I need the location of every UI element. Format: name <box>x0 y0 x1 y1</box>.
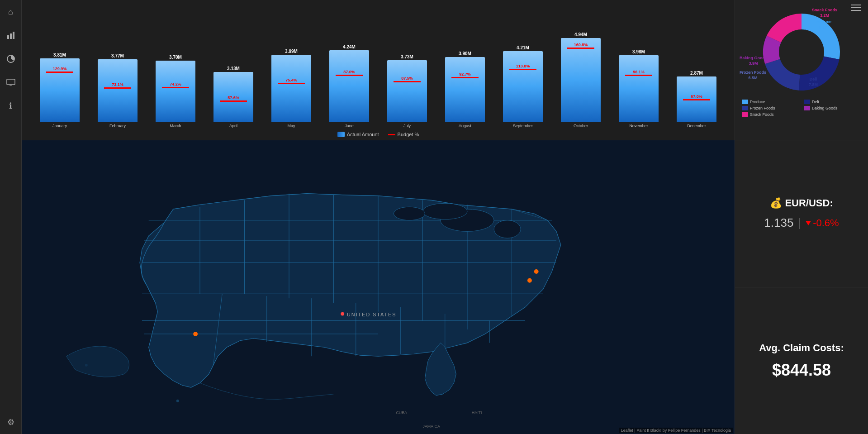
bar-wrapper-11: 67.0% <box>677 76 716 122</box>
eur-change: -0.6% <box>806 217 839 229</box>
legend-swatch <box>804 106 810 110</box>
bar-rect-4: 75.4% <box>271 55 311 122</box>
chart-bars-container: 3.81M 129.9% January 3.77M 73.1% Februar… <box>31 5 726 128</box>
legend-text: Produce <box>750 100 765 104</box>
budget-marker-5 <box>336 75 363 76</box>
bar-value-6: 3.73M <box>401 54 413 59</box>
bar-value-11: 2.87M <box>690 71 703 76</box>
budget-label-1: 73.1% <box>112 82 123 87</box>
legend-swatch <box>742 112 748 117</box>
bar-month-0: January <box>52 124 67 128</box>
right-info-panel: 💰 EUR/USD: 1.135 | -0.6% Avg. Claim Cost… <box>735 140 868 434</box>
bar-group-august: 3.90M 92.7% August <box>436 29 494 128</box>
budget-label-8: 113.8% <box>516 64 530 68</box>
budget-label-5: 87.0% <box>343 70 355 74</box>
legend-text: Frozen Foods <box>750 106 775 110</box>
bar-wrapper-3: 57.6% <box>213 72 253 122</box>
svg-rect-1 <box>10 33 12 39</box>
legend-actual: Actual Amount <box>337 132 379 137</box>
bar-chart-area: 3.81M 129.9% January 3.77M 73.1% Februar… <box>22 0 735 140</box>
bar-wrapper-1: 73.1% <box>98 59 137 122</box>
sidebar-home-icon[interactable]: ⌂ <box>4 5 18 19</box>
bar-group-june: 4.24M 87.0% June <box>320 29 378 128</box>
legend-text: Snack Foods <box>750 112 774 117</box>
eur-down-arrow <box>806 221 811 225</box>
legend-budget-line <box>388 134 395 135</box>
legend-actual-label: Actual Amount <box>347 132 379 137</box>
map-haiti-label: HAITI <box>472 410 482 415</box>
donut-container: Snack Foods3.2MProduce9.4MBaking Goods3.… <box>742 7 861 97</box>
bar-rect-8: 113.8% <box>503 51 542 122</box>
budget-marker-9 <box>567 48 595 49</box>
bar-value-10: 3.98M <box>632 49 645 54</box>
donut-legend-baking-goods: Baking Goods <box>804 106 861 110</box>
budget-marker-7 <box>451 77 479 78</box>
budget-marker-11 <box>683 99 711 100</box>
bar-month-11: December <box>687 124 706 128</box>
map-dot-east <box>527 278 532 283</box>
bar-value-5: 4.24M <box>343 44 356 49</box>
eur-emoji: 💰 <box>770 197 782 209</box>
budget-label-7: 92.7% <box>459 72 471 76</box>
budget-marker-3 <box>220 100 247 102</box>
svg-point-33 <box>176 400 179 402</box>
budget-marker-8 <box>509 69 537 70</box>
bar-rect-6: 87.5% <box>387 60 427 122</box>
bar-rect-10: 96.1% <box>619 55 658 122</box>
bar-wrapper-4: 75.4% <box>271 55 311 122</box>
budget-marker-4 <box>278 83 305 84</box>
sidebar-pie-icon[interactable] <box>4 52 18 66</box>
bar-month-1: February <box>109 124 126 128</box>
donut-segment-frozen-foods <box>765 59 800 90</box>
bar-month-9: October <box>574 124 588 128</box>
hamburger-line-2 <box>851 7 861 8</box>
bar-value-1: 3.77M <box>111 53 124 58</box>
eur-usd-panel: 💰 EUR/USD: 1.135 | -0.6% <box>735 140 868 287</box>
sidebar-monitor-icon[interactable] <box>4 75 18 90</box>
bar-rect-3: 57.6% <box>213 72 253 122</box>
bar-group-april: 3.13M 57.6% April <box>204 29 262 128</box>
donut-segment-produce <box>802 14 840 59</box>
sidebar-chart-icon[interactable] <box>4 28 18 43</box>
map-dot-center <box>341 312 344 316</box>
budget-marker-6 <box>394 81 421 82</box>
budget-marker-1 <box>104 87 132 89</box>
eur-change-value: -0.6% <box>813 217 839 229</box>
bar-rect-9: 160.8% <box>561 38 600 122</box>
eur-title-text: EUR/USD: <box>785 197 833 209</box>
bar-group-may: 3.99M 75.4% May <box>262 29 320 128</box>
bar-wrapper-8: 113.8% <box>503 51 542 122</box>
right-panel-donut: Snack Foods3.2MProduce9.4MBaking Goods3.… <box>735 0 868 140</box>
budget-marker-2 <box>162 87 190 88</box>
bar-wrapper-9: 160.8% <box>561 38 600 122</box>
bar-month-4: May <box>287 124 295 128</box>
sidebar: ⌂ ℹ ⚙ <box>0 0 22 434</box>
svg-point-29 <box>494 220 521 238</box>
bar-rect-5: 87.0% <box>329 50 369 122</box>
eur-separator: | <box>798 216 801 230</box>
bar-group-july: 3.73M 87.5% July <box>378 29 436 128</box>
bar-month-8: September <box>513 124 533 128</box>
bottom-section: UNITED STATES CUBA HAITI JAMAICA Leaflet… <box>22 140 868 434</box>
legend-swatch <box>804 100 810 104</box>
budget-label-3: 57.6% <box>228 95 239 100</box>
map-country-label: UNITED STATES <box>347 312 396 317</box>
donut-legend-deli: Deli <box>804 100 861 104</box>
bar-rect-1: 73.1% <box>98 59 137 122</box>
avg-claim-value: $844.58 <box>772 361 831 380</box>
bar-wrapper-0: 129.9% <box>40 58 79 122</box>
svg-rect-0 <box>7 35 9 39</box>
hamburger-menu[interactable] <box>851 5 861 11</box>
budget-label-9: 160.8% <box>574 43 588 47</box>
budget-label-2: 74.2% <box>170 82 181 86</box>
bar-value-3: 3.13M <box>227 66 240 71</box>
map-jamaica-label: JAMAICA <box>422 424 440 429</box>
sidebar-info-icon[interactable]: ℹ <box>4 99 18 113</box>
bar-month-3: April <box>229 124 237 128</box>
usa-map: UNITED STATES CUBA HAITI JAMAICA <box>22 140 735 434</box>
legend-text: Deli <box>812 100 819 104</box>
avg-claim-panel: Avg. Claim Costs: $844.58 <box>735 287 868 434</box>
sidebar-settings-icon[interactable]: ⚙ <box>4 415 18 429</box>
svg-point-30 <box>423 203 468 219</box>
legend-text: Baking Goods <box>812 106 838 110</box>
